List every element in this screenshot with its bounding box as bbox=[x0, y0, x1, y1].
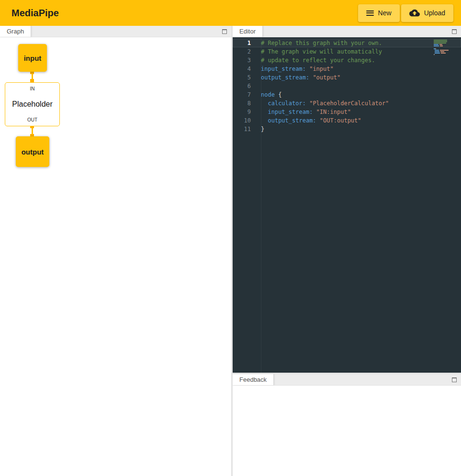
code-line[interactable]: 7node { bbox=[233, 90, 461, 99]
line-text: input_stream: "input" bbox=[261, 65, 461, 73]
editor-panel: Editor 1# Replace this graph with your o… bbox=[233, 26, 461, 373]
graph-panel-controls bbox=[222, 29, 227, 34]
code-line[interactable]: 10 output_stream: "OUT:output" bbox=[233, 116, 461, 125]
tab-editor[interactable]: Editor bbox=[233, 26, 263, 37]
line-number: 1 bbox=[233, 39, 251, 47]
code-line[interactable]: 11} bbox=[233, 125, 461, 133]
code-line[interactable]: 1# Replace this graph with your own. bbox=[233, 39, 461, 47]
in-port-label: IN bbox=[30, 86, 35, 91]
editor-tab-bar: Editor bbox=[233, 26, 461, 37]
line-number: 8 bbox=[233, 99, 251, 108]
line-number: 11 bbox=[233, 125, 251, 133]
tab-feedback-label: Feedback bbox=[239, 376, 267, 383]
line-number: 9 bbox=[233, 108, 251, 116]
feedback-panel-controls bbox=[452, 377, 457, 382]
line-text: # update to reflect your changes. bbox=[261, 56, 461, 65]
upload-button-label: Upload bbox=[424, 9, 445, 17]
line-text: # Replace this graph with your own. bbox=[261, 39, 461, 47]
minimap-line bbox=[434, 47, 455, 48]
maximize-icon[interactable] bbox=[222, 29, 227, 34]
line-text: input_stream: "IN:input" bbox=[261, 108, 461, 116]
tab-editor-label: Editor bbox=[239, 28, 256, 35]
code-line[interactable]: 6 bbox=[233, 82, 461, 90]
code-line[interactable]: 8 calculator: "PlaceholderCalculator" bbox=[233, 99, 461, 108]
line-number: 2 bbox=[233, 47, 251, 56]
code-line[interactable]: 2# The graph view will automatically bbox=[233, 47, 461, 56]
minimap-line bbox=[434, 51, 455, 52]
line-number: 7 bbox=[233, 90, 251, 99]
gutter-divider bbox=[261, 37, 261, 373]
editor-panel-controls bbox=[452, 29, 457, 34]
graph-node-input-label: input bbox=[24, 54, 42, 62]
line-text: } bbox=[261, 125, 461, 133]
minimap-line bbox=[434, 53, 455, 54]
minimap[interactable] bbox=[434, 40, 455, 55]
line-text: output_stream: "output" bbox=[261, 73, 461, 82]
feedback-panel: Feedback bbox=[233, 374, 461, 476]
code-line[interactable]: 3# update to reflect your changes. bbox=[233, 56, 461, 65]
menu-icon bbox=[366, 11, 374, 16]
code-line[interactable]: 4input_stream: "input" bbox=[233, 65, 461, 73]
line-number: 6 bbox=[233, 82, 251, 90]
new-button-label: New bbox=[378, 9, 392, 17]
code-editor[interactable]: 1# Replace this graph with your own.2# T… bbox=[233, 37, 461, 373]
code-lines: 1# Replace this graph with your own.2# T… bbox=[233, 39, 461, 133]
graph-node-output[interactable]: output bbox=[16, 136, 49, 167]
new-button[interactable]: New bbox=[358, 4, 400, 22]
line-number: 3 bbox=[233, 56, 251, 65]
code-line[interactable]: 9 input_stream: "IN:input" bbox=[233, 108, 461, 116]
line-text bbox=[261, 82, 461, 90]
minimap-line bbox=[434, 45, 455, 46]
out-port-label: OUT bbox=[27, 117, 37, 122]
line-number: 10 bbox=[233, 116, 251, 125]
tab-feedback[interactable]: Feedback bbox=[233, 374, 274, 385]
feedback-tab-bar: Feedback bbox=[233, 374, 461, 386]
minimap-line bbox=[434, 54, 455, 55]
code-line[interactable]: 5output_stream: "output" bbox=[233, 73, 461, 82]
maximize-icon[interactable] bbox=[452, 377, 457, 382]
line-number: 4 bbox=[233, 65, 251, 73]
minimap-line bbox=[434, 41, 455, 42]
maximize-icon[interactable] bbox=[452, 29, 457, 34]
graph-panel: Graph input IN Placeholder bbox=[0, 26, 231, 476]
tab-graph-label: Graph bbox=[7, 28, 24, 35]
minimap-line bbox=[434, 50, 455, 51]
minimap-line bbox=[434, 48, 455, 49]
app-title: MediaPipe bbox=[11, 8, 59, 19]
line-text: # The graph view will automatically bbox=[261, 47, 461, 56]
graph-node-input[interactable]: input bbox=[18, 44, 47, 72]
main-area: Graph input IN Placeholder bbox=[0, 26, 461, 476]
calculator-name-label: Placeholder bbox=[12, 100, 53, 109]
line-number: 5 bbox=[233, 73, 251, 82]
graph-node-placeholder-calculator[interactable]: IN Placeholder OUT bbox=[5, 82, 60, 126]
graph-canvas[interactable]: input IN Placeholder OUT output bbox=[0, 37, 231, 476]
header-buttons: New Upload bbox=[358, 4, 453, 22]
right-column: Editor 1# Replace this graph with your o… bbox=[233, 26, 461, 476]
line-text: output_stream: "OUT:output" bbox=[261, 116, 461, 125]
minimap-line bbox=[434, 40, 455, 41]
cloud-upload-icon bbox=[409, 9, 420, 17]
minimap-line bbox=[434, 43, 455, 44]
line-text: node { bbox=[261, 90, 461, 99]
feedback-content[interactable] bbox=[233, 386, 461, 476]
graph-node-output-label: output bbox=[22, 148, 44, 156]
mediapipe-visualizer-page: MediaPipe New Upload Graph bbox=[0, 0, 461, 476]
graph-tab-bar: Graph bbox=[0, 26, 231, 37]
upload-button[interactable]: Upload bbox=[401, 4, 453, 22]
tab-graph[interactable]: Graph bbox=[0, 26, 31, 37]
app-header: MediaPipe New Upload bbox=[0, 0, 461, 26]
line-text: calculator: "PlaceholderCalculator" bbox=[261, 99, 461, 108]
minimap-line bbox=[434, 44, 455, 45]
